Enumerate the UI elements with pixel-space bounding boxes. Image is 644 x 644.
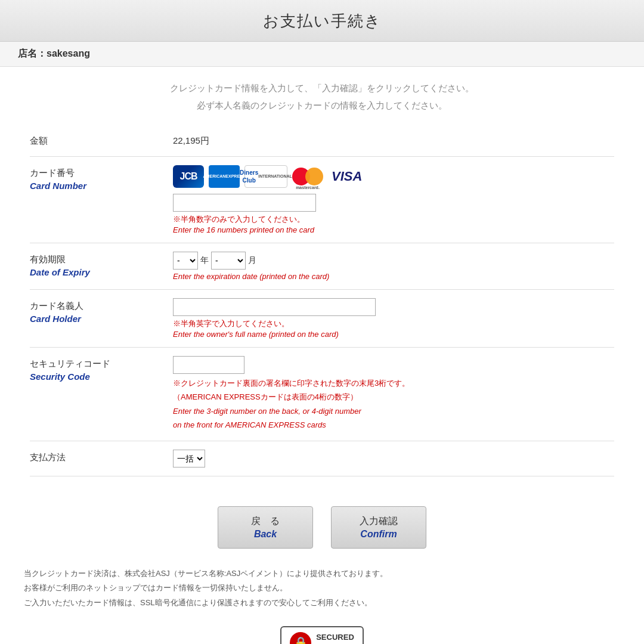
expiry-en-label: Date of Expiry: [30, 267, 173, 277]
payment-method-jp-label: 支払方法: [30, 452, 173, 463]
cardholder-hint-en: Enter the owner's full name (printed on …: [173, 330, 614, 339]
back-button[interactable]: 戻 る Back: [218, 506, 313, 549]
confirm-jp-label: 入力確認: [332, 515, 426, 528]
security-code-jp-label: セキュリティコード: [30, 358, 173, 370]
security-code-input[interactable]: [173, 356, 244, 374]
card-number-hint-jp: ※半角数字のみで入力してください。: [173, 214, 614, 225]
form-area: 金額 22,195円 カード番号 Card Number JCB AMERICA…: [0, 120, 644, 488]
page-title: お支払い手続き: [263, 12, 382, 30]
expiry-jp-label: 有効期限: [30, 254, 173, 265]
cardholder-row: カード名義人 Card Holder ※半角英字で入力してください。 Enter…: [30, 290, 614, 348]
security-hint2: （AMERICAN EXPRESSカードは表面の4桁の数字）: [173, 392, 358, 401]
secured-badge: 🔒 SECURED by jPRS: [0, 620, 644, 644]
instruction-line2: 必ず本人名義のクレジットカードの情報を入力してください。: [197, 100, 447, 110]
footer-line3: ご入力いただいたカード情報は、SSL暗号化通信により保護されますので安心してご利…: [24, 598, 372, 607]
cardholder-hint-jp: ※半角英字で入力してください。: [173, 318, 614, 329]
security-hints: ※クレジットカード裏面の署名欄に印字された数字の末尾3桁です。 （AMERICA…: [173, 376, 614, 432]
year-text: 年: [200, 255, 209, 266]
card-number-jp-label: カード番号: [30, 168, 173, 179]
confirm-button[interactable]: 入力確認 Confirm: [331, 506, 426, 549]
confirm-en-label: Confirm: [332, 529, 426, 540]
instructions: クレジットカード情報を入力して、「入力確認」をクリックしてください。 必ず本人名…: [0, 67, 644, 120]
amount-label-cell: 金額: [30, 135, 173, 147]
buttons-row: 戻 る Back 入力確認 Confirm: [0, 488, 644, 561]
mastercard-icon: mastercard.: [292, 165, 323, 188]
expiry-hint-en: Enter the expiration date (printed on th…: [173, 272, 614, 281]
cardholder-input[interactable]: [173, 298, 376, 316]
card-number-content: JCB AMERICANEXPRESS Diners Club INTERNAT…: [173, 165, 614, 234]
payment-method-label: 支払方法: [30, 450, 173, 465]
payment-method-content: 一括 分割: [173, 450, 614, 467]
security-code-content: ※クレジットカード裏面の署名欄に印字された数字の末尾3桁です。 （AMERICA…: [173, 356, 614, 432]
card-number-en-label: Card Number: [30, 181, 173, 191]
payment-method-select[interactable]: 一括 分割: [173, 450, 205, 467]
amount-value-cell: 22,195円: [173, 135, 209, 147]
card-number-input[interactable]: [173, 194, 316, 212]
card-number-label: カード番号 Card Number: [30, 165, 173, 191]
security-hint3-en: Enter the 3-digit number on the back, or…: [173, 407, 361, 416]
card-number-row: カード番号 Card Number JCB AMERICANEXPRESS Di…: [30, 157, 614, 243]
visa-icon: VISA: [328, 165, 366, 188]
card-icons: JCB AMERICANEXPRESS Diners Club INTERNAT…: [173, 165, 614, 188]
expiry-label: 有効期限 Date of Expiry: [30, 252, 173, 277]
back-en-label: Back: [218, 529, 312, 540]
jcb-icon: JCB: [173, 165, 204, 188]
security-code-label: セキュリティコード Security Code: [30, 356, 173, 382]
store-bar: 店名：sakesang: [0, 42, 644, 67]
amount-label: 金額: [30, 135, 48, 147]
security-code-en-label: Security Code: [30, 371, 173, 382]
payment-method-row: 支払方法 一括 分割: [30, 441, 614, 476]
secured-text: SECURED by jPRS: [316, 632, 354, 644]
instruction-line1: クレジットカード情報を入力して、「入力確認」をクリックしてください。: [170, 83, 474, 93]
footer-line2: お客様がご利用のネットショップではカード情報を一切保持いたしません。: [24, 583, 287, 592]
cardholder-en-label: Card Holder: [30, 314, 173, 324]
secured-line1: SECURED: [316, 632, 354, 643]
mastercard-label: mastercard.: [292, 185, 323, 190]
page-title-bar: お支払い手続き: [0, 0, 644, 42]
amount-row: 金額 22,195円: [30, 126, 614, 157]
expiry-row: 有効期限 Date of Expiry - 01020304 05060708 …: [30, 243, 614, 290]
back-jp-label: 戻 る: [218, 515, 312, 528]
security-code-row: セキュリティコード Security Code ※クレジットカード裏面の署名欄に…: [30, 348, 614, 441]
amex-icon: AMERICANEXPRESS: [209, 165, 240, 188]
cardholder-jp-label: カード名義人: [30, 301, 173, 312]
security-hint1: ※クレジットカード裏面の署名欄に印字された数字の末尾3桁です。: [173, 379, 410, 388]
secured-box: 🔒 SECURED by jPRS: [280, 626, 364, 644]
expiry-month-select[interactable]: - 01020304 05060708 09101112: [173, 252, 198, 270]
amount-value: 22,195円: [173, 135, 209, 145]
footer-line1: 当クレジットカード決済は、株式会社ASJ（サービス名称:ASJペイメント）により…: [24, 569, 388, 578]
cardholder-content: ※半角英字で入力してください。 Enter the owner's full n…: [173, 298, 614, 339]
security-hint4-en: on the front for AMERICAN EXPRESS cards: [173, 420, 326, 429]
cardholder-label: カード名義人 Card Holder: [30, 298, 173, 324]
footer-text: 当クレジットカード決済は、株式会社ASJ（サービス名称:ASJペイメント）により…: [0, 561, 644, 620]
diners-icon: Diners Club INTERNATIONAL: [244, 165, 287, 188]
expiry-content: - 01020304 05060708 09101112 年 - 2024202…: [173, 252, 614, 281]
card-number-hint-en: Enter the 16 numbers printed on the card: [173, 225, 614, 234]
page-wrapper: お支払い手続き 店名：sakesang クレジットカード情報を入力して、「入力確…: [0, 0, 644, 644]
month-text: 月: [248, 255, 256, 266]
expiry-year-select[interactable]: - 2024202520262027 202820292030: [211, 252, 246, 270]
store-label: 店名：sakesang: [18, 48, 90, 58]
expiry-inputs: - 01020304 05060708 09101112 年 - 2024202…: [173, 252, 614, 270]
lock-icon: 🔒: [290, 632, 311, 644]
